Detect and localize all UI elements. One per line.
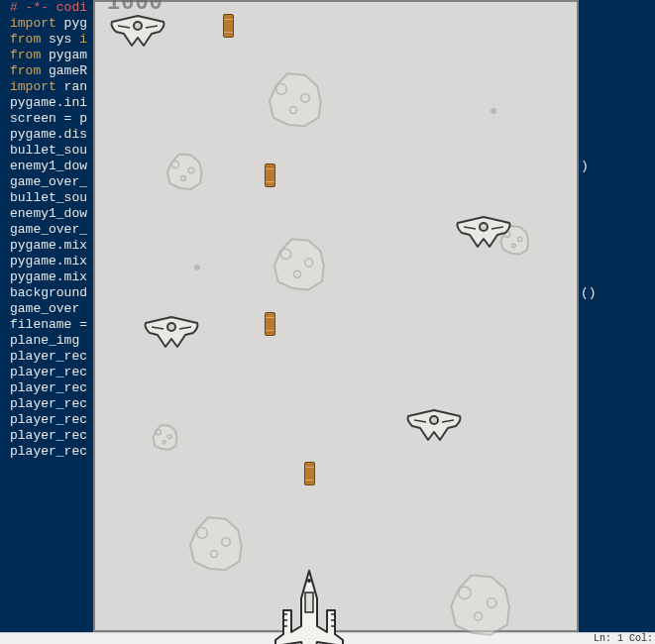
svg-marker-0 — [270, 73, 321, 126]
score-display: 1000 — [107, 0, 164, 12]
cursor-position: Ln: 1 Col: — [594, 633, 653, 644]
player-ship[interactable] — [270, 569, 349, 644]
asteroid — [187, 515, 247, 575]
enemy-ship — [108, 12, 167, 50]
asteroid — [272, 237, 329, 294]
bullet — [265, 312, 275, 336]
enemy-ship — [454, 213, 513, 251]
svg-marker-8 — [274, 239, 324, 289]
debris-dot — [194, 265, 200, 270]
asteroid — [152, 424, 179, 452]
enemy-ship — [404, 406, 464, 444]
svg-marker-24 — [451, 576, 509, 635]
asteroid — [448, 573, 515, 640]
bullet — [265, 163, 275, 187]
game-viewport[interactable]: 1000 — [93, 0, 579, 632]
bullet — [223, 14, 234, 38]
svg-marker-16 — [153, 425, 176, 450]
debris-dot — [491, 108, 496, 114]
asteroid — [165, 153, 205, 192]
svg-marker-4 — [167, 155, 202, 189]
enemy-ship — [142, 313, 201, 351]
asteroid — [267, 71, 326, 131]
svg-marker-20 — [190, 517, 242, 570]
bullet — [304, 462, 315, 485]
